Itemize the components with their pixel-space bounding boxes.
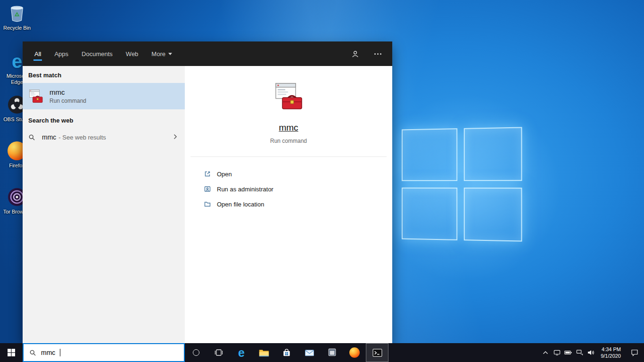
cortana-icon bbox=[193, 349, 199, 356]
options-button[interactable] bbox=[372, 48, 384, 60]
cortana-button[interactable] bbox=[185, 343, 207, 362]
search-input-value: mmc bbox=[41, 349, 55, 356]
tab-web[interactable]: Web bbox=[126, 41, 139, 66]
best-match-title: mmc bbox=[50, 88, 86, 96]
windows-logo bbox=[402, 127, 522, 241]
text-cursor bbox=[60, 349, 60, 356]
network-tray-button[interactable] bbox=[574, 343, 585, 362]
search-icon bbox=[29, 349, 36, 356]
taskbar-app-edge[interactable]: e bbox=[230, 343, 253, 362]
app-window-icon bbox=[327, 348, 337, 358]
web-search-result[interactable]: mmc - See web results bbox=[23, 128, 185, 146]
clock-time: 4:34 PM bbox=[602, 346, 621, 353]
file-location-icon bbox=[204, 200, 211, 208]
network-icon bbox=[576, 349, 583, 356]
start-icon bbox=[8, 349, 15, 356]
clock[interactable]: 4:34 PM 9/1/2020 bbox=[596, 343, 625, 362]
best-match-section-title: Best match bbox=[28, 72, 179, 79]
clock-date: 9/1/2020 bbox=[601, 353, 621, 359]
expand-web-results-button[interactable] bbox=[173, 133, 177, 141]
taskbar-app-command-prompt[interactable] bbox=[366, 343, 388, 362]
user-icon bbox=[351, 50, 360, 58]
action-label: Run as administrator bbox=[217, 186, 273, 193]
search-flyout: All Apps Documents Web More bbox=[23, 41, 392, 343]
search-results-panel: Best match mmc Run command bbox=[23, 66, 185, 343]
taskbar-app-file-explorer[interactable] bbox=[253, 343, 275, 362]
task-view-icon bbox=[214, 349, 223, 356]
system-tray: 4:34 PM 9/1/2020 bbox=[540, 343, 644, 362]
action-open-file-location[interactable]: Open file location bbox=[204, 197, 392, 212]
mail-icon bbox=[305, 349, 314, 357]
desktop-icon-label: Recycle Bin bbox=[1, 25, 33, 31]
chevron-down-icon bbox=[168, 53, 172, 55]
web-query: mmc bbox=[42, 133, 56, 141]
run-as-admin-icon bbox=[204, 185, 211, 193]
file-explorer-icon bbox=[259, 348, 269, 357]
user-account-button[interactable] bbox=[349, 48, 361, 60]
preview-divider bbox=[190, 156, 387, 157]
preview-subtitle: Run command bbox=[270, 138, 307, 144]
command-prompt-icon bbox=[372, 348, 382, 357]
volume-tray-button[interactable] bbox=[585, 343, 596, 362]
action-center-button[interactable] bbox=[625, 343, 644, 362]
start-button[interactable] bbox=[0, 343, 23, 362]
preview-title-link[interactable]: mmc bbox=[279, 123, 298, 133]
web-section-title: Search the web bbox=[28, 117, 179, 124]
taskbar-app-window[interactable] bbox=[321, 343, 343, 362]
chevron-up-icon bbox=[543, 351, 548, 354]
display-icon bbox=[553, 349, 561, 356]
action-label: Open bbox=[217, 171, 232, 178]
tab-documents[interactable]: Documents bbox=[82, 41, 113, 66]
web-suffix: - See web results bbox=[58, 134, 106, 141]
taskbar: mmc e bbox=[0, 343, 644, 362]
search-tab-bar: All Apps Documents Web More bbox=[23, 41, 392, 66]
windows-logo-pane bbox=[464, 188, 522, 242]
mmc-icon bbox=[273, 81, 304, 111]
mmc-icon bbox=[28, 89, 43, 104]
taskbar-app-firefox[interactable] bbox=[343, 343, 366, 362]
tab-all[interactable]: All bbox=[34, 41, 41, 66]
task-view-button[interactable] bbox=[207, 343, 230, 362]
store-icon bbox=[282, 348, 291, 357]
open-icon bbox=[204, 170, 211, 178]
windows-logo-pane bbox=[402, 188, 457, 240]
ellipsis-icon bbox=[374, 53, 381, 55]
battery-icon bbox=[564, 350, 572, 355]
desktop-icon-recycle-bin[interactable]: Recycle Bin bbox=[1, 3, 33, 31]
action-label: Open file location bbox=[217, 201, 264, 208]
tab-apps[interactable]: Apps bbox=[54, 41, 68, 66]
taskbar-app-mail[interactable] bbox=[298, 343, 321, 362]
best-match-subtitle: Run command bbox=[50, 98, 86, 104]
chevron-right-icon bbox=[173, 134, 177, 140]
action-center-icon bbox=[630, 348, 639, 357]
action-run-as-administrator[interactable]: Run as administrator bbox=[204, 181, 392, 197]
taskbar-app-microsoft-store[interactable] bbox=[275, 343, 298, 362]
firefox-icon bbox=[349, 347, 360, 358]
edge-icon: e bbox=[238, 347, 245, 359]
action-open[interactable]: Open bbox=[204, 166, 392, 181]
recycle-bin-icon bbox=[1, 3, 33, 24]
volume-icon bbox=[587, 349, 594, 356]
tab-more[interactable]: More bbox=[151, 41, 172, 66]
preview-panel: mmc Run command Open Run as administrato… bbox=[185, 66, 392, 343]
display-tray-button[interactable] bbox=[551, 343, 562, 362]
hidden-icons-button[interactable] bbox=[540, 343, 551, 362]
battery-tray-button[interactable] bbox=[562, 343, 574, 362]
windows-logo-pane bbox=[402, 128, 457, 181]
taskbar-search-input[interactable]: mmc bbox=[23, 343, 185, 362]
best-match-result[interactable]: mmc Run command bbox=[23, 83, 185, 109]
search-icon bbox=[28, 134, 35, 141]
windows-logo-pane bbox=[464, 127, 522, 181]
